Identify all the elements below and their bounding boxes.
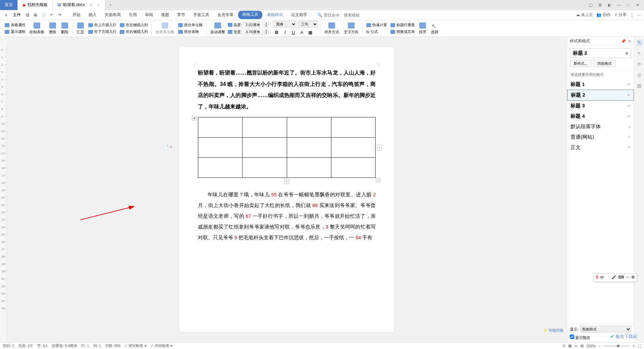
layout1-icon[interactable]: ▢ (586, 1, 595, 9)
document-table[interactable] (198, 117, 376, 178)
status-page[interactable]: 页面: 1/2 (18, 343, 33, 348)
draw-table-button[interactable]: 绘制表格 (28, 22, 46, 35)
status-content[interactable]: ✓ 内容检查 ▾ (151, 343, 172, 348)
view-outline-icon[interactable]: ▤ (580, 344, 584, 348)
highlight-button[interactable]: A (298, 29, 306, 36)
tab-document[interactable]: W 盼望着.docx ⊙ ＋ (53, 0, 105, 10)
save-icon[interactable]: 🖫 (24, 12, 31, 18)
ime-mic-icon[interactable]: 🎤 (611, 275, 616, 281)
table-resize-handle[interactable]: ⤡ (376, 178, 380, 183)
ime-punct[interactable]: ゜ (606, 275, 610, 281)
file-menu[interactable]: 文件 (13, 12, 21, 18)
apps-icon[interactable]: ⊞ (596, 1, 604, 9)
menu-paper[interactable]: 论文助手 (288, 11, 311, 19)
status-position[interactable]: 设置值: 9.4厘米 (52, 343, 77, 348)
zoom-value[interactable]: 102% (586, 344, 596, 348)
summary-button[interactable]: 汇总 (75, 22, 86, 35)
bold-button[interactable]: B (273, 29, 280, 36)
style-item-body[interactable]: 正文↵ (567, 142, 634, 153)
erase-button[interactable]: 擦除 (47, 22, 58, 35)
style-item-normal-web[interactable]: 普通(网站)↵ (567, 132, 634, 142)
menu-insert[interactable]: 插入 (85, 11, 100, 19)
close-icon[interactable]: ✕ (633, 1, 642, 9)
more-icon[interactable]: ⋮ (630, 13, 634, 17)
insert-above-button[interactable]: 在上方插入行 (87, 22, 118, 28)
cursor-icon[interactable]: ↖ (636, 50, 642, 56)
view-read-icon[interactable]: ▭ (574, 344, 578, 348)
style-item-h3[interactable]: 标题 3↵ (567, 101, 634, 111)
menu-devtools[interactable]: 开发工具 (190, 11, 213, 19)
tab-menu-icon[interactable]: ⊙ (90, 3, 93, 7)
col-width-input[interactable] (243, 29, 263, 35)
table-move-handle[interactable]: ✥ (192, 116, 197, 120)
repeat-header-button[interactable]: 标题行重复 (389, 22, 416, 28)
undo-icon[interactable]: ↶ (48, 12, 55, 18)
style-item-h2[interactable]: 标题 2↵ (567, 90, 634, 101)
refresh-icon[interactable]: ⟳ (636, 61, 642, 67)
pencil-icon[interactable]: ✎ (636, 40, 642, 46)
cloud-status[interactable]: ☁ 未上云 (576, 12, 593, 18)
status-line[interactable]: 行: 1 (81, 343, 89, 348)
print-icon[interactable]: 🖶 (32, 12, 39, 18)
width-down[interactable]: ▾ (264, 32, 269, 35)
insert-right-button[interactable]: 在右侧插入列 (118, 29, 149, 35)
layout-icon[interactable]: ▤ (636, 83, 642, 89)
doc-dropdown-icon[interactable]: ▾ (170, 144, 172, 150)
merge-cells-button[interactable]: 合并单元格 (154, 22, 176, 35)
share-button[interactable]: ⇪ 分享 (614, 12, 627, 18)
style-item-h4[interactable]: 标题 4↵ (567, 111, 634, 121)
fullscreen-icon[interactable]: ⛶ (638, 344, 641, 348)
marker-icon[interactable]: ◎ (636, 72, 642, 78)
split-cells-button[interactable]: 拆分单元格 (177, 22, 204, 28)
show-select[interactable]: 有效样式 (580, 326, 631, 333)
menu-member[interactable]: 会员专享 (214, 11, 237, 19)
auto-adjust-button[interactable]: 自动调整 (208, 22, 227, 35)
ime-lang[interactable]: 中 (600, 275, 604, 281)
collab-button[interactable]: 👥 协作 (596, 12, 610, 18)
menu-chapter[interactable]: 章节 (174, 11, 189, 19)
height-down[interactable]: ▾ (264, 25, 269, 28)
table-add-row-handle[interactable]: + (284, 179, 289, 184)
redo-icon[interactable]: ↷ (56, 12, 63, 18)
status-spell[interactable]: ✓ 拼写检查 ▾ (124, 343, 146, 348)
menu-icon[interactable]: ≡ (3, 12, 9, 18)
paragraph-1[interactable]: 盼望着，盼望着……翘首以盼的新年近了。街市上车水马龙，人山人海，好不热闹。34 … (198, 67, 376, 112)
zoom-slider[interactable] (603, 345, 630, 347)
menu-view[interactable]: 视图 (158, 11, 172, 19)
delete-button[interactable]: 删除 (59, 22, 70, 35)
smart-layout-button[interactable]: ✨ 智能排版 (543, 328, 564, 333)
menu-tabletools[interactable]: 表格工具 (238, 11, 262, 19)
insert-left-button[interactable]: 在左侧插入列 (118, 22, 149, 28)
fill-button[interactable]: ▦ (307, 29, 314, 36)
pin-icon[interactable]: 📌 (621, 39, 626, 44)
row-height-input[interactable] (243, 22, 263, 28)
new-tab-button[interactable]: ＋ (105, 0, 115, 10)
ime-toolbar[interactable]: S 中 ゜ 🎤 ⌨ ⋯ ⚙ (593, 273, 637, 282)
current-style-box[interactable]: 标题 2 ▾ (570, 48, 631, 58)
to-text-button[interactable]: 转换成文本 (389, 29, 416, 35)
view-icon1[interactable]: ⊙ (562, 344, 566, 348)
preview-icon[interactable]: 📄 (40, 12, 47, 18)
panel-close-icon[interactable]: ✕ (628, 39, 631, 44)
new-style-button[interactable]: 新样式... (570, 60, 591, 67)
align-button[interactable]: 对齐方式 (322, 22, 341, 35)
menu-pagelayout[interactable]: 页面布局 (101, 11, 124, 19)
paragraph-2[interactable]: 年味儿在哪里？哦，年味儿 55 在爷爷一幅幅笔墨飘香的对联里。进入腊 2 月，街… (198, 190, 376, 243)
font-size-select[interactable]: 三号 (298, 21, 318, 28)
style-item-h1[interactable]: 标题 1↵ (567, 79, 634, 90)
italic-button[interactable]: I (281, 29, 289, 36)
view-page-icon[interactable]: ▦ (568, 344, 572, 348)
width-up[interactable]: ▴ (264, 29, 269, 32)
user-icon[interactable]: ◐ (605, 1, 614, 9)
status-column[interactable]: 列: 1 (93, 343, 101, 348)
formula-button[interactable]: fx 公式 (365, 29, 388, 35)
insert-below-button[interactable]: 在下方插入行 (87, 29, 118, 35)
text-direction-button[interactable]: 文字方向 (342, 22, 361, 35)
ime-settings-icon[interactable]: ⚙ (631, 275, 635, 281)
collapse-icon[interactable]: ︿ (637, 12, 641, 18)
style-dropdown-icon[interactable]: ▾ (626, 50, 628, 56)
show-frame-button[interactable]: 显示虚框 (3, 29, 27, 35)
sort-button[interactable]: 排序 (417, 22, 428, 35)
zoom-out-icon[interactable]: − (598, 344, 600, 348)
search-icon[interactable]: 🔍 (317, 13, 322, 17)
